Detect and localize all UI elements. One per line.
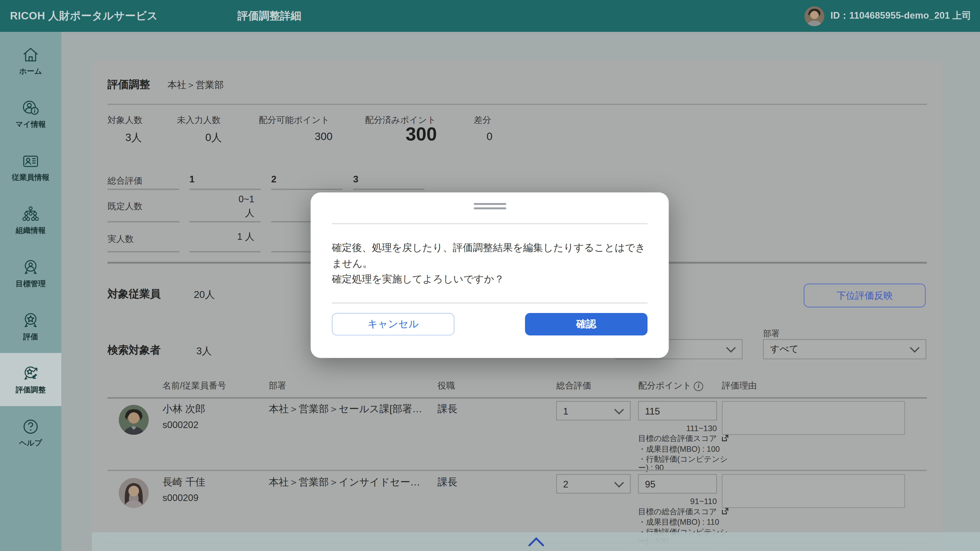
points-input-value: 95 [645,478,655,489]
summary-row-label: 総合評価 [107,176,142,187]
column-header: 部署 [269,380,286,392]
points-input[interactable]: 95 [638,474,717,494]
sidebar-item-help[interactable]: ヘルプ [0,406,61,459]
grade-column-header: 3 [353,174,358,184]
sidebar-item-label: 目標管理 [16,278,46,289]
cell-underline [353,189,425,190]
chevron-down-icon [614,405,624,414]
sidebar-item-employee-info[interactable]: 従業員情報 [0,141,61,194]
stat-value: 0 [474,130,492,143]
collapse-band[interactable] [92,532,980,551]
user-avatar [804,6,824,26]
sidebar-item-label: 組織情報 [16,225,46,236]
summary-cell: 0~1 [189,194,255,204]
target-employees-label: 対象従業員 [107,287,161,301]
home-icon [21,45,40,64]
summary-row-label: 既定人数 [107,201,142,213]
stat-value: 3人 [107,130,142,145]
employee-role: 課長 [438,476,457,489]
app-title: RICOH 人財ポータルサービス [10,9,158,23]
stat-label: 未入力人数 [177,115,221,126]
column-header: 配分ポイントi [638,380,703,392]
sidebar-nav: ホーム マイ情報 従業員情報 [0,32,61,551]
divider [107,104,927,105]
evaluation-reason-textarea[interactable] [722,474,905,508]
grade-select[interactable]: 1 [556,401,631,421]
sidebar-item-label: ホーム [19,66,42,76]
sidebar-item-org-info[interactable]: 組織情報 [0,194,61,247]
cell-underline [189,189,261,190]
top-bar: RICOH 人財ポータルサービス 評価調整詳細 ID：1104685955-de… [0,0,980,32]
cell-underline [189,251,261,252]
cell-underline [107,189,180,190]
user-id-label: ID：1104685955-demo_201 上司 [830,10,971,22]
drag-handle-icon[interactable] [473,207,506,209]
dialog-message-line1: 確定後、処理を戻したり、評価調整結果を編集したりすることはできません。 [332,242,645,268]
panel-title: 評価調整 [107,78,150,92]
sidebar-item-label: 評価 [23,331,38,342]
points-input[interactable]: 115 [638,401,717,421]
employee-role: 課長 [438,403,457,416]
target-employees-count: 20人 [194,289,215,302]
employee-name: 長崎 千佳 [162,476,205,489]
external-link-icon [721,507,729,515]
sidebar-item-home[interactable]: ホーム [0,35,61,87]
score-link[interactable]: 目標の総合評価スコア [638,433,729,445]
dept-filter-label: 部署 [763,328,780,339]
employee-dept: 本社＞営業部＞インサイドセー… [269,476,420,489]
evaluation-medal-icon [21,311,40,329]
column-header: 評価理由 [722,380,757,392]
app-root: RICOH 人財ポータルサービス 評価調整詳細 ID：1104685955-de… [0,0,980,551]
chevron-up-icon[interactable] [528,537,544,547]
points-range: 91~110 [638,497,717,506]
mbo-score: ・成果目標(MBO) : 100 [638,444,720,455]
drag-handle-icon[interactable] [473,203,506,205]
cell-underline [189,221,261,222]
stat-value: 0人 [177,130,222,145]
cell-underline [107,251,180,252]
employee-dept: 本社＞営業部＞セールス課[部署… [269,403,422,416]
mbo-score: ・成果目標(MBO) : 110 [638,517,719,528]
cell-underline [271,189,342,190]
employee-number: s000209 [162,492,199,503]
dept-filter-value: すべて [770,343,799,355]
sidebar-item-goal-management[interactable]: 目標管理 [0,247,61,300]
sidebar-item-my-info[interactable]: マイ情報 [0,87,61,141]
grade-column-header: 2 [271,174,277,184]
dialog-message-line2: 確定処理を実施してよろしいですか？ [332,274,504,284]
reflect-lower-evaluation-button[interactable]: 下位評価反映 [803,284,926,307]
sidebar-item-evaluation[interactable]: 評価 [0,300,61,353]
dialog-message: 確定後、処理を戻したり、評価調整結果を編集したりすることはできません。 確定処理… [332,240,649,287]
row-divider [107,470,927,471]
employee-name: 小林 次郎 [162,403,205,416]
my-info-icon [21,98,40,117]
dept-filter-select[interactable]: すべて [763,339,926,359]
cancel-button[interactable]: キャンセル [332,313,454,335]
score-link[interactable]: 目標の総合評価スコア [638,507,729,517]
grade-column-header: 1 [189,174,194,184]
grade-select[interactable]: 2 [556,474,631,494]
search-target-label: 検索対象者 [107,343,161,357]
sidebar-item-label: マイ情報 [16,119,46,130]
search-target-count: 3人 [196,345,212,358]
grade-select-value: 2 [563,478,568,489]
breadcrumb: 本社＞営業部 [167,79,224,91]
chevron-down-icon [910,343,920,353]
stat-value: 300 [259,130,332,143]
chevron-down-icon [726,343,736,353]
employee-avatar [119,478,149,508]
help-icon [21,417,40,436]
cell-underline [107,221,180,222]
sidebar-item-evaluation-adjust[interactable]: 評価調整 [0,353,61,406]
evaluation-reason-textarea[interactable] [722,401,905,435]
confirm-dialog: 確定後、処理を戻したり、評価調整結果を編集したりすることはできません。 確定処理… [310,192,669,358]
column-header: 総合評価 [556,380,591,392]
summary-row-label: 実人数 [107,233,134,245]
competency-score-line2: ー) : 90 [638,463,663,474]
user-menu[interactable]: ID：1104685955-demo_201 上司 [804,0,971,32]
confirm-button[interactable]: 確認 [525,313,648,335]
dialog-divider [332,302,648,303]
points-input-value: 115 [645,405,660,416]
info-icon[interactable]: i [694,382,703,391]
external-link-icon [721,434,729,441]
